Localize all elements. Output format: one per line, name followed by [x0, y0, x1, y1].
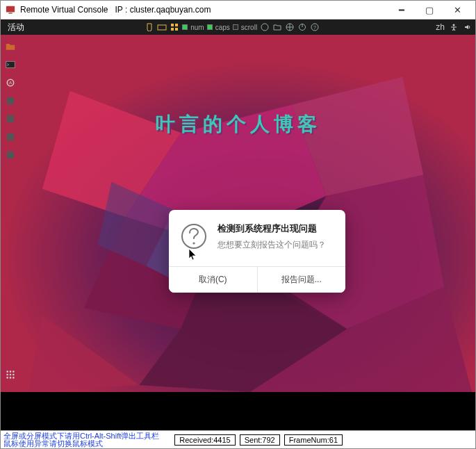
dock-app1-icon[interactable] — [6, 96, 15, 106]
svg-point-37 — [6, 377, 8, 379]
svg-point-7 — [261, 24, 268, 31]
report-button[interactable]: 报告问题... — [257, 267, 346, 293]
question-icon — [180, 222, 208, 250]
svg-rect-3 — [171, 24, 174, 26]
input-lang[interactable]: zh — [436, 22, 445, 32]
caps-label: caps — [215, 24, 230, 31]
svg-rect-6 — [175, 28, 178, 31]
dock-app2-icon[interactable] — [6, 114, 15, 124]
mouse-icon[interactable] — [145, 22, 154, 32]
dialog-subtext: 您想要立刻报告这个问题吗？ — [218, 239, 334, 251]
grid-icon[interactable] — [170, 22, 179, 32]
svg-rect-1 — [8, 13, 12, 13]
desktop[interactable]: A 叶言的个人博客 检测到系统程序出现问题 您想要立刻报告这个问题吗？ — [1, 35, 475, 392]
blog-title-text: 叶言的个人博客 — [156, 111, 321, 138]
svg-rect-5 — [171, 28, 174, 31]
net-icon[interactable] — [285, 22, 295, 32]
svg-rect-0 — [6, 6, 15, 13]
access-icon[interactable] — [449, 22, 459, 32]
app-icon — [5, 4, 16, 15]
minimize-button[interactable]: ━ — [388, 2, 416, 17]
status-hints: 全屏或分屏模式下请用Ctrl-Alt-Shift弹出工具栏 鼠标使用异常请切换鼠… — [3, 432, 159, 448]
scroll-led — [233, 24, 238, 30]
letterbox-bottom — [1, 392, 475, 430]
stat-sent: Sent:792 — [240, 434, 280, 446]
svg-rect-29 — [7, 133, 15, 141]
svg-point-41 — [192, 242, 195, 244]
help-icon[interactable]: ? — [310, 22, 320, 32]
dialog-heading: 检测到系统程序出现问题 — [218, 222, 334, 235]
svg-point-34 — [6, 374, 8, 376]
svg-point-33 — [13, 370, 15, 373]
stat-received: Received:4415 — [174, 434, 235, 446]
svg-text:A: A — [9, 80, 13, 85]
error-dialog: 检测到系统程序出现问题 您想要立刻报告这个问题吗？ 取消(C) 报告问题... — [169, 210, 345, 293]
dock-apps-grid-icon[interactable] — [6, 370, 15, 379]
dock: A — [1, 35, 20, 392]
remote-screen: 活动 num caps scroll ? zh — [1, 19, 475, 430]
svg-point-32 — [10, 370, 12, 373]
num-label: num — [190, 24, 204, 31]
hint-line-2: 鼠标使用异常请切换鼠标模式 — [3, 440, 159, 448]
window-title: Remote Virtual Console — [20, 5, 108, 15]
hint-line-1: 全屏或分屏模式下请用Ctrl-Alt-Shift弹出工具栏 — [3, 432, 159, 440]
power-icon[interactable] — [297, 22, 307, 32]
os-window-titlebar: Remote Virtual Console IP : cluster.qaqb… — [1, 1, 475, 19]
svg-point-12 — [453, 24, 455, 26]
svg-rect-27 — [7, 97, 15, 105]
maximize-button[interactable]: ▢ — [416, 2, 443, 17]
svg-point-35 — [10, 374, 12, 376]
svg-point-38 — [10, 377, 12, 379]
svg-point-39 — [13, 377, 15, 379]
keyboard-icon[interactable] — [157, 22, 167, 32]
caps-led — [207, 24, 213, 30]
close-button[interactable]: ✕ — [443, 2, 471, 17]
svg-rect-28 — [7, 115, 15, 123]
svg-point-31 — [6, 370, 8, 373]
stat-frame: FrameNum:61 — [284, 434, 343, 446]
dock-software-icon[interactable]: A — [6, 78, 15, 88]
dock-app3-icon[interactable] — [6, 132, 15, 142]
svg-text:?: ? — [313, 25, 316, 30]
lock-indicators: num caps scroll — [182, 24, 257, 31]
activities-button[interactable]: 活动 — [3, 22, 28, 33]
svg-rect-30 — [7, 152, 15, 159]
num-led — [182, 24, 188, 30]
svg-rect-4 — [175, 24, 178, 26]
dock-terminal-icon[interactable] — [6, 60, 15, 70]
volume-icon[interactable] — [463, 22, 473, 32]
svg-rect-24 — [6, 61, 15, 67]
svg-point-36 — [13, 374, 15, 376]
dock-files-icon[interactable] — [6, 42, 15, 51]
cancel-button[interactable]: 取消(C) — [169, 267, 257, 293]
svg-rect-2 — [158, 25, 166, 30]
status-bar: 全屏或分屏模式下请用Ctrl-Alt-Shift弹出工具栏 鼠标使用异常请切换鼠… — [1, 430, 475, 448]
window-ip-label: IP : cluster.qaqbuyan.com — [115, 5, 211, 15]
folder-icon[interactable] — [272, 22, 282, 32]
scroll-label: scroll — [241, 24, 257, 31]
toolbar-center: num caps scroll ? — [28, 22, 436, 32]
disc-icon[interactable] — [260, 22, 270, 32]
dock-app4-icon[interactable] — [6, 150, 15, 160]
gnome-top-bar: 活动 num caps scroll ? zh — [1, 19, 475, 35]
